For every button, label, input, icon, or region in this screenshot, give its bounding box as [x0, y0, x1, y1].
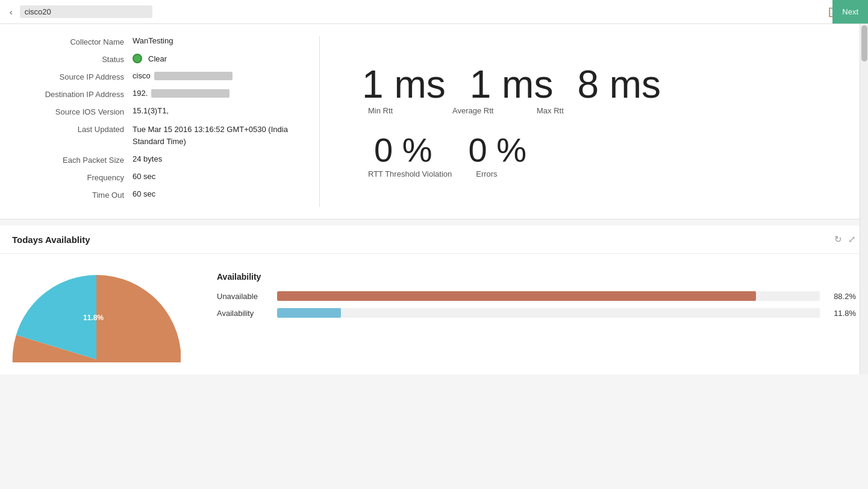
unavailable-bar-fill [277, 291, 756, 301]
unavailable-label: Unavailable [217, 292, 271, 301]
availability-pct: 11.8% [826, 309, 856, 318]
back-arrow[interactable]: ‹ [6, 6, 16, 18]
destination-ip-redacted [151, 89, 229, 98]
source-ios-row: Source IOS Version 15.1(3)T1, [24, 106, 301, 116]
availability-bars: Availability Unavailable 88.2% Availabil… [217, 266, 856, 325]
pie-label: 11.8% [83, 314, 104, 322]
unavailable-bar-track [277, 291, 820, 301]
avg-rtt-label: Average Rtt [452, 106, 501, 115]
status-text: Clear [148, 54, 167, 63]
expand-icon[interactable]: ⤢ [848, 234, 856, 245]
detail-panel: Collector Name WanTesting Status Clear S… [0, 24, 868, 219]
timeout-row: Time Out 60 sec [24, 189, 301, 200]
packet-size-label: Each Packet Size [24, 154, 133, 165]
percent-values: 0 % 0 % [350, 133, 856, 167]
rtt-violation-label: RTT Threshold Violation [368, 169, 452, 178]
availability-bar-track [277, 308, 820, 318]
collector-name-row: Collector Name WanTesting [24, 36, 301, 46]
last-updated-row: Last Updated Tue Mar 15 2016 13:16:52 GM… [24, 124, 301, 147]
collector-name-value: WanTesting [133, 36, 173, 45]
right-metrics: 1 ms 1 ms 8 ms Min Rtt Average Rtt Max R… [338, 36, 868, 207]
rtt-values: 1 ms 1 ms 8 ms [350, 65, 856, 104]
availability-bar-row: Availability 11.8% [217, 308, 856, 318]
min-rtt-label: Min Rtt [368, 106, 416, 115]
rtt-violation-value: 0 % [374, 133, 432, 167]
source-ip-label: Source IP Address [24, 71, 133, 81]
scrollbar[interactable] [860, 24, 868, 374]
frequency-value: 60 sec [133, 172, 155, 181]
availability-header-icons: ↻ ⤢ [834, 234, 856, 245]
timeout-label: Time Out [24, 189, 133, 200]
last-updated-label: Last Updated [24, 124, 133, 134]
scrollbar-thumb[interactable] [861, 25, 867, 62]
availability-label: Availability [217, 309, 271, 318]
last-updated-value: Tue Mar 15 2016 13:16:52 GMT+0530 (India… [133, 124, 301, 147]
rtt-labels: Min Rtt Average Rtt Max Rtt [350, 106, 856, 115]
errors-label: Errors [476, 169, 497, 178]
percent-labels: RTT Threshold Violation Errors [350, 169, 856, 178]
avail-section-title: Availability [217, 272, 856, 282]
source-ip-value: cisco [133, 71, 233, 80]
next-button[interactable]: Next [832, 0, 868, 24]
packet-size-value: 24 bytes [133, 154, 162, 163]
source-ios-value: 15.1(3)T1, [133, 106, 169, 115]
status-label: Status [24, 54, 133, 64]
max-rtt-label: Max Rtt [537, 106, 585, 115]
unavailable-bar-row: Unavailable 88.2% [217, 291, 856, 301]
breadcrumb-input[interactable] [20, 5, 152, 18]
destination-ip-value: 192. [133, 89, 229, 98]
source-ip-redacted [154, 72, 233, 80]
timeout-value: 60 sec [133, 189, 155, 198]
packet-size-row: Each Packet Size 24 bytes [24, 154, 301, 165]
availability-body: 11.8% Availability Unavailable 88.2% Ava… [0, 254, 868, 374]
status-dot [133, 54, 142, 63]
errors-value: 0 % [469, 133, 527, 167]
availability-header: Todays Availablity ↻ ⤢ [0, 226, 868, 254]
min-rtt-value: 1 ms [362, 65, 446, 104]
destination-ip-row: Destination IP Address 192. [24, 89, 301, 99]
destination-ip-label: Destination IP Address [24, 89, 133, 99]
availability-title: Todays Availablity [12, 235, 90, 245]
max-rtt-value: 8 ms [577, 65, 661, 104]
availability-section: Todays Availablity ↻ ⤢ [0, 226, 868, 374]
avg-rtt-value: 1 ms [470, 65, 554, 104]
status-value: Clear [133, 54, 167, 63]
left-details: Collector Name WanTesting Status Clear S… [12, 36, 301, 207]
source-ip-row: Source IP Address cisco [24, 71, 301, 81]
nav-left: ‹ [6, 5, 152, 18]
vertical-divider [319, 36, 320, 207]
frequency-label: Frequency [24, 172, 133, 182]
pie-chart-svg: 11.8% [12, 266, 181, 362]
frequency-row: Frequency 60 sec [24, 172, 301, 182]
status-row: Status Clear [24, 54, 301, 64]
refresh-icon[interactable]: ↻ [834, 234, 842, 245]
unavailable-pct: 88.2% [826, 292, 856, 301]
source-ios-label: Source IOS Version [24, 106, 133, 116]
collector-name-label: Collector Name [24, 36, 133, 46]
pie-chart-container: 11.8% [12, 266, 193, 362]
availability-bar-fill [277, 308, 341, 318]
top-bar: ‹ 📋 ‹ › Next [0, 0, 868, 24]
